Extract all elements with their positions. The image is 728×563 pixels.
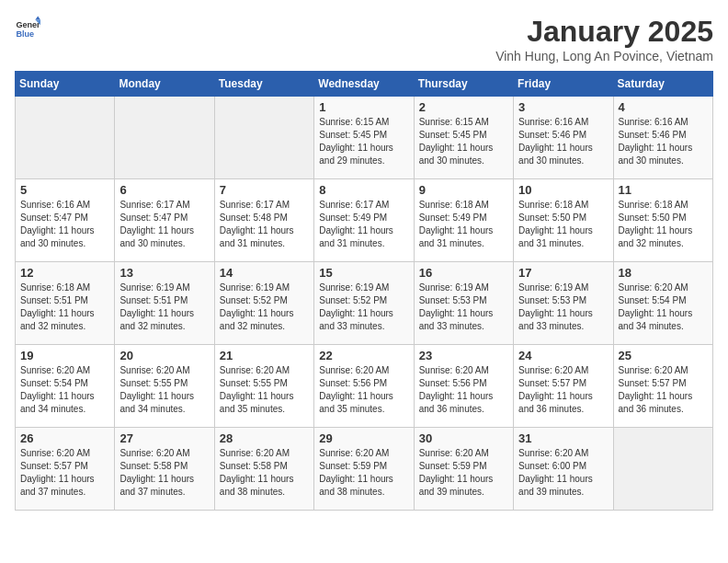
calendar-cell: 3Sunrise: 6:16 AM Sunset: 5:46 PM Daylig… <box>514 97 613 179</box>
day-number: 25 <box>619 349 708 362</box>
week-row-4: 19Sunrise: 6:20 AM Sunset: 5:54 PM Dayli… <box>16 345 713 428</box>
calendar-cell <box>16 97 115 179</box>
calendar-cell: 26Sunrise: 6:20 AM Sunset: 5:57 PM Dayli… <box>16 428 115 511</box>
day-info: Sunrise: 6:20 AM Sunset: 5:58 PM Dayligh… <box>220 447 309 499</box>
day-number: 18 <box>619 266 708 280</box>
day-info: Sunrise: 6:19 AM Sunset: 5:52 PM Dayligh… <box>220 282 309 333</box>
calendar-cell: 31Sunrise: 6:20 AM Sunset: 6:00 PM Dayli… <box>514 428 613 511</box>
day-info: Sunrise: 6:20 AM Sunset: 5:56 PM Dayligh… <box>319 364 408 416</box>
weekday-header-wednesday: Wednesday <box>314 72 414 97</box>
calendar-cell: 12Sunrise: 6:18 AM Sunset: 5:51 PM Dayli… <box>16 262 115 345</box>
day-number: 26 <box>20 431 109 445</box>
day-number: 4 <box>619 100 708 114</box>
day-number: 6 <box>119 183 209 197</box>
calendar-cell <box>115 97 214 179</box>
day-info: Sunrise: 6:19 AM Sunset: 5:53 PM Dayligh… <box>518 282 608 333</box>
calendar-cell: 11Sunrise: 6:18 AM Sunset: 5:50 PM Dayli… <box>613 179 712 262</box>
day-info: Sunrise: 6:19 AM Sunset: 5:52 PM Dayligh… <box>319 282 408 333</box>
calendar-cell: 22Sunrise: 6:20 AM Sunset: 5:56 PM Dayli… <box>314 345 414 428</box>
page-header: General Blue January 2025 Vinh Hung, Lon… <box>15 15 713 63</box>
day-info: Sunrise: 6:20 AM Sunset: 5:57 PM Dayligh… <box>20 447 109 499</box>
svg-text:Blue: Blue <box>16 29 34 39</box>
weekday-header-tuesday: Tuesday <box>214 72 313 97</box>
day-info: Sunrise: 6:16 AM Sunset: 5:46 PM Dayligh… <box>518 116 608 167</box>
day-number: 22 <box>319 349 408 362</box>
day-info: Sunrise: 6:20 AM Sunset: 5:57 PM Dayligh… <box>518 364 608 416</box>
day-number: 19 <box>20 349 109 362</box>
calendar-cell: 30Sunrise: 6:20 AM Sunset: 5:59 PM Dayli… <box>414 428 513 511</box>
day-info: Sunrise: 6:17 AM Sunset: 5:48 PM Dayligh… <box>220 199 309 250</box>
logo: General Blue <box>15 15 40 40</box>
calendar-cell: 18Sunrise: 6:20 AM Sunset: 5:54 PM Dayli… <box>613 262 712 345</box>
calendar-cell: 10Sunrise: 6:18 AM Sunset: 5:50 PM Dayli… <box>514 179 613 262</box>
day-info: Sunrise: 6:20 AM Sunset: 5:57 PM Dayligh… <box>619 364 708 416</box>
day-info: Sunrise: 6:18 AM Sunset: 5:50 PM Dayligh… <box>518 199 608 250</box>
calendar-cell: 24Sunrise: 6:20 AM Sunset: 5:57 PM Dayli… <box>514 345 613 428</box>
calendar-cell: 7Sunrise: 6:17 AM Sunset: 5:48 PM Daylig… <box>214 179 313 262</box>
weekday-header-friday: Friday <box>514 72 613 97</box>
weekday-header-row: SundayMondayTuesdayWednesdayThursdayFrid… <box>16 72 713 97</box>
calendar-cell: 16Sunrise: 6:19 AM Sunset: 5:53 PM Dayli… <box>414 262 513 345</box>
day-info: Sunrise: 6:16 AM Sunset: 5:46 PM Dayligh… <box>619 116 708 167</box>
day-number: 15 <box>319 266 408 280</box>
svg-marker-2 <box>35 16 40 19</box>
weekday-header-monday: Monday <box>115 72 214 97</box>
title-block: January 2025 Vinh Hung, Long An Povince,… <box>495 15 713 63</box>
calendar-cell: 4Sunrise: 6:16 AM Sunset: 5:46 PM Daylig… <box>613 97 712 179</box>
week-row-2: 5Sunrise: 6:16 AM Sunset: 5:47 PM Daylig… <box>16 179 713 262</box>
calendar-cell: 28Sunrise: 6:20 AM Sunset: 5:58 PM Dayli… <box>214 428 313 511</box>
day-info: Sunrise: 6:20 AM Sunset: 5:55 PM Dayligh… <box>119 364 209 416</box>
day-info: Sunrise: 6:18 AM Sunset: 5:50 PM Dayligh… <box>619 199 708 250</box>
calendar-cell: 17Sunrise: 6:19 AM Sunset: 5:53 PM Dayli… <box>514 262 613 345</box>
day-number: 8 <box>319 183 408 197</box>
week-row-3: 12Sunrise: 6:18 AM Sunset: 5:51 PM Dayli… <box>16 262 713 345</box>
day-number: 30 <box>419 431 508 445</box>
day-info: Sunrise: 6:16 AM Sunset: 5:47 PM Dayligh… <box>20 199 109 250</box>
calendar-cell: 20Sunrise: 6:20 AM Sunset: 5:55 PM Dayli… <box>115 345 214 428</box>
calendar-cell: 21Sunrise: 6:20 AM Sunset: 5:55 PM Dayli… <box>214 345 313 428</box>
day-number: 2 <box>419 100 508 114</box>
day-number: 10 <box>518 183 608 197</box>
calendar-table: SundayMondayTuesdayWednesdayThursdayFrid… <box>15 71 713 511</box>
day-number: 27 <box>119 431 209 445</box>
calendar-cell: 15Sunrise: 6:19 AM Sunset: 5:52 PM Dayli… <box>314 262 414 345</box>
day-number: 23 <box>419 349 508 362</box>
day-info: Sunrise: 6:20 AM Sunset: 6:00 PM Dayligh… <box>518 447 608 499</box>
week-row-5: 26Sunrise: 6:20 AM Sunset: 5:57 PM Dayli… <box>16 428 713 511</box>
day-number: 13 <box>119 266 209 280</box>
day-number: 20 <box>119 349 209 362</box>
weekday-header-thursday: Thursday <box>414 72 513 97</box>
day-number: 16 <box>419 266 508 280</box>
day-info: Sunrise: 6:15 AM Sunset: 5:45 PM Dayligh… <box>419 116 508 167</box>
day-info: Sunrise: 6:20 AM Sunset: 5:59 PM Dayligh… <box>419 447 508 499</box>
calendar-cell: 13Sunrise: 6:19 AM Sunset: 5:51 PM Dayli… <box>115 262 214 345</box>
calendar-cell: 9Sunrise: 6:18 AM Sunset: 5:49 PM Daylig… <box>414 179 513 262</box>
calendar-cell: 5Sunrise: 6:16 AM Sunset: 5:47 PM Daylig… <box>16 179 115 262</box>
day-number: 5 <box>20 183 109 197</box>
day-info: Sunrise: 6:20 AM Sunset: 5:55 PM Dayligh… <box>220 364 309 416</box>
day-number: 7 <box>220 183 309 197</box>
day-number: 29 <box>319 431 408 445</box>
calendar-cell <box>214 97 313 179</box>
day-info: Sunrise: 6:20 AM Sunset: 5:59 PM Dayligh… <box>319 447 408 499</box>
logo-icon: General Blue <box>15 15 40 40</box>
calendar-cell: 27Sunrise: 6:20 AM Sunset: 5:58 PM Dayli… <box>115 428 214 511</box>
day-info: Sunrise: 6:17 AM Sunset: 5:47 PM Dayligh… <box>119 199 209 250</box>
day-number: 21 <box>220 349 309 362</box>
day-number: 1 <box>319 100 408 114</box>
day-number: 11 <box>619 183 708 197</box>
svg-text:General: General <box>16 20 40 29</box>
weekday-header-sunday: Sunday <box>16 72 115 97</box>
day-number: 28 <box>220 431 309 445</box>
calendar-cell: 23Sunrise: 6:20 AM Sunset: 5:56 PM Dayli… <box>414 345 513 428</box>
calendar-cell: 6Sunrise: 6:17 AM Sunset: 5:47 PM Daylig… <box>115 179 214 262</box>
calendar-cell: 19Sunrise: 6:20 AM Sunset: 5:54 PM Dayli… <box>16 345 115 428</box>
weekday-header-saturday: Saturday <box>613 72 712 97</box>
day-info: Sunrise: 6:18 AM Sunset: 5:51 PM Dayligh… <box>20 282 109 333</box>
day-info: Sunrise: 6:20 AM Sunset: 5:56 PM Dayligh… <box>419 364 508 416</box>
calendar-cell: 25Sunrise: 6:20 AM Sunset: 5:57 PM Dayli… <box>613 345 712 428</box>
day-number: 12 <box>20 266 109 280</box>
day-info: Sunrise: 6:15 AM Sunset: 5:45 PM Dayligh… <box>319 116 408 167</box>
day-info: Sunrise: 6:20 AM Sunset: 5:54 PM Dayligh… <box>619 282 708 333</box>
day-info: Sunrise: 6:19 AM Sunset: 5:51 PM Dayligh… <box>119 282 209 333</box>
